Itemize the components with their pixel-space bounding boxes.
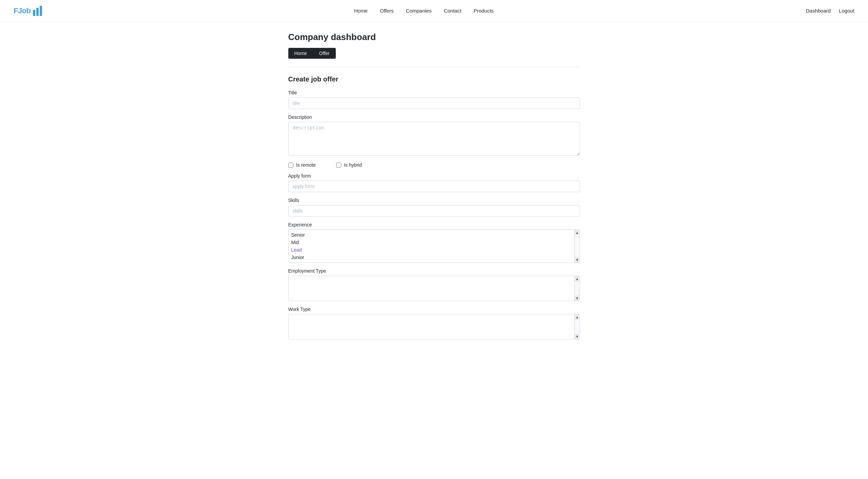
employment-type-listbox[interactable] xyxy=(289,276,580,300)
navbar-center-links: Home Offers Companies Contact Products xyxy=(354,8,494,14)
title-group: Title xyxy=(288,90,580,109)
experience-option-lead[interactable]: Lead xyxy=(289,246,580,254)
experience-scroll-down-btn[interactable]: ▼ xyxy=(575,257,580,262)
apply-form-input[interactable] xyxy=(288,181,580,192)
is-remote-label: Is remote xyxy=(296,162,316,168)
is-hybrid-label: Is hybrid xyxy=(344,162,362,168)
brand-logo[interactable]: FJob xyxy=(14,6,42,16)
employment-type-scroll-down-btn[interactable]: ▼ xyxy=(575,295,580,301)
experience-group: Experience Senior Mid Lead Junior ▲ ▼ xyxy=(288,222,580,263)
skills-group: Skills xyxy=(288,198,580,217)
work-type-listbox[interactable] xyxy=(289,314,580,338)
work-type-group: Work Type ▲ ▼ xyxy=(288,307,580,339)
experience-listbox-wrapper: Senior Mid Lead Junior ▲ ▼ xyxy=(288,229,580,263)
work-type-scroll-down-btn[interactable]: ▼ xyxy=(575,334,580,339)
experience-option-mid[interactable]: Mid xyxy=(289,239,580,246)
experience-option-senior[interactable]: Senior xyxy=(289,231,580,239)
apply-form-label: Apply form xyxy=(288,173,580,179)
checkbox-row: Is remote Is hybrid xyxy=(288,162,580,168)
description-group: Description xyxy=(288,114,580,157)
apply-form-group: Apply form xyxy=(288,173,580,192)
bar-2-icon xyxy=(36,8,39,16)
employment-type-scroll-up-btn[interactable]: ▲ xyxy=(575,276,580,281)
title-input[interactable] xyxy=(288,97,580,109)
employment-type-scroll-track xyxy=(575,281,580,295)
work-type-scroll-track xyxy=(575,320,580,334)
experience-label: Experience xyxy=(288,222,580,227)
employment-type-listbox-wrapper: ▲ ▼ xyxy=(288,276,580,301)
experience-scroll-up-btn[interactable]: ▲ xyxy=(575,230,580,235)
page-title: Company dashboard xyxy=(288,32,580,42)
skills-input[interactable] xyxy=(288,205,580,217)
form-section-title: Create job offer xyxy=(288,75,580,83)
nav-link-contact[interactable]: Contact xyxy=(444,8,461,14)
is-hybrid-checkbox-label[interactable]: Is hybrid xyxy=(336,162,362,168)
breadcrumb: Home Offer xyxy=(288,48,336,59)
is-hybrid-checkbox[interactable] xyxy=(336,163,341,168)
nav-link-dashboard[interactable]: Dashboard xyxy=(806,8,831,14)
work-type-listbox-wrapper: ▲ ▼ xyxy=(288,314,580,339)
breadcrumb-item-offer[interactable]: Offer xyxy=(313,48,336,59)
bar-1-icon xyxy=(33,10,35,16)
is-remote-checkbox[interactable] xyxy=(288,163,293,168)
description-input[interactable] xyxy=(288,122,580,156)
main-content: Company dashboard Home Offer Create job … xyxy=(282,22,587,355)
nav-link-offers[interactable]: Offers xyxy=(380,8,394,14)
divider xyxy=(288,67,580,67)
nav-link-companies[interactable]: Companies xyxy=(406,8,432,14)
skills-label: Skills xyxy=(288,198,580,203)
nav-link-logout[interactable]: Logout xyxy=(839,8,854,14)
experience-scroll-track xyxy=(575,235,580,257)
brand-bars-icon xyxy=(33,6,42,16)
description-label: Description xyxy=(288,114,580,120)
experience-option-junior[interactable]: Junior xyxy=(289,254,580,261)
breadcrumb-item-home[interactable]: Home xyxy=(288,48,313,59)
navbar-right-links: Dashboard Logout xyxy=(806,8,854,14)
bar-3-icon xyxy=(40,6,42,16)
work-type-scrollbar: ▲ ▼ xyxy=(574,314,580,339)
is-remote-checkbox-label[interactable]: Is remote xyxy=(288,162,316,168)
nav-link-products[interactable]: Products xyxy=(474,8,494,14)
brand-name: FJob xyxy=(14,6,31,15)
navbar: FJob Home Offers Companies Contact Produ… xyxy=(0,0,868,22)
title-label: Title xyxy=(288,90,580,95)
employment-type-label: Employment Type xyxy=(288,268,580,274)
employment-type-group: Employment Type ▲ ▼ xyxy=(288,268,580,301)
experience-listbox[interactable]: Senior Mid Lead Junior xyxy=(289,230,580,262)
nav-link-home[interactable]: Home xyxy=(354,8,368,14)
work-type-label: Work Type xyxy=(288,307,580,312)
employment-type-scrollbar: ▲ ▼ xyxy=(574,276,580,301)
work-type-scroll-up-btn[interactable]: ▲ xyxy=(575,314,580,320)
experience-scrollbar: ▲ ▼ xyxy=(574,230,580,262)
